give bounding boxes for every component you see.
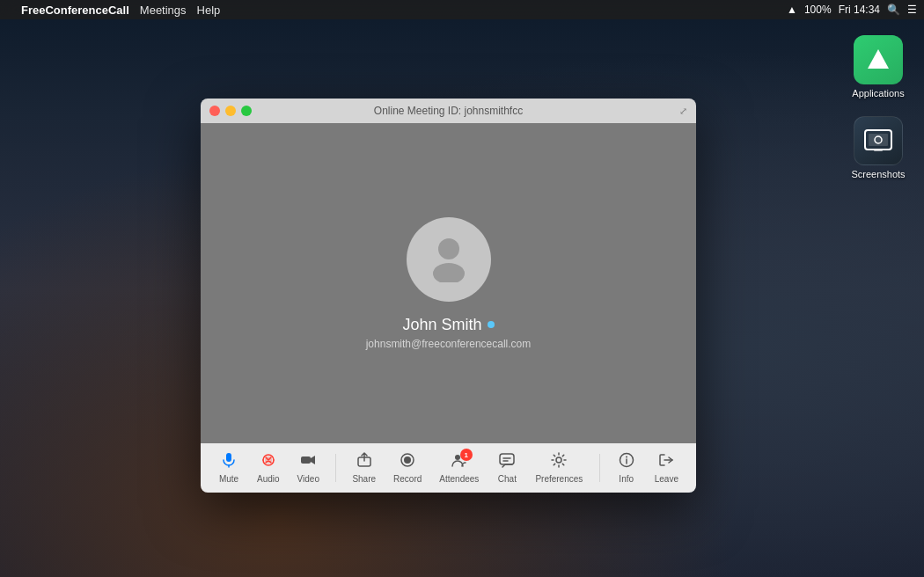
share-icon: [356, 452, 372, 472]
preferences-icon: [551, 452, 567, 472]
window-titlebar: Online Meeting ID: johnsmithfcc ⤢: [201, 99, 696, 123]
toolbar-group-left: Mute Audio: [211, 449, 326, 487]
toolbar-group-right: Info Leave: [609, 449, 686, 487]
window-close-button[interactable]: [209, 106, 220, 116]
applications-icon-img: [854, 35, 903, 84]
toolbar-divider-2: [599, 454, 600, 482]
svg-rect-10: [301, 456, 311, 464]
meeting-content: John Smith johnsmith@freeconferencecall.…: [201, 123, 696, 443]
attendees-label: Attendees: [439, 474, 479, 484]
menubar-meetings[interactable]: Meetings: [140, 4, 187, 17]
svg-point-19: [556, 457, 561, 463]
attendees-badge: 1: [460, 449, 473, 461]
chat-icon: [499, 452, 515, 472]
record-button[interactable]: Record: [386, 449, 429, 487]
svg-point-13: [404, 456, 411, 464]
meeting-window: Online Meeting ID: johnsmithfcc ⤢ John S…: [201, 99, 696, 493]
participant-avatar: [407, 217, 491, 302]
applications-icon[interactable]: Applications: [847, 35, 910, 99]
preferences-label: Preferences: [535, 474, 583, 484]
svg-rect-16: [500, 454, 514, 464]
video-icon: [300, 452, 316, 472]
meeting-toolbar: Mute Audio: [201, 443, 696, 493]
window-expand-button[interactable]: ⤢: [679, 106, 687, 117]
control-center-icon[interactable]: ☰: [907, 4, 917, 16]
avatar-person-icon: [422, 230, 475, 289]
attendees-icon: 1: [451, 452, 467, 472]
svg-point-6: [433, 263, 465, 282]
chat-button[interactable]: Chat: [489, 449, 524, 487]
wifi-icon: ▲: [787, 4, 797, 16]
search-icon[interactable]: 🔍: [887, 4, 900, 16]
participant-email: johnsmith@freeconferencecall.com: [366, 338, 532, 350]
desktop-icons: Applications Screenshots: [847, 35, 910, 179]
preferences-button[interactable]: Preferences: [528, 449, 590, 487]
battery-percent: 100%: [804, 4, 832, 16]
participant-name-container: John Smith: [402, 316, 494, 334]
video-button[interactable]: Video: [290, 449, 326, 487]
video-label: Video: [297, 474, 319, 484]
record-label: Record: [393, 474, 422, 484]
clock: Fri 14:34: [839, 4, 880, 16]
screenshots-icon-img: [854, 116, 903, 165]
svg-point-14: [455, 455, 460, 460]
svg-rect-7: [226, 453, 231, 462]
svg-marker-0: [868, 49, 889, 69]
mute-button[interactable]: Mute: [211, 449, 246, 487]
menubar-help[interactable]: Help: [197, 4, 221, 17]
participant-name-text: John Smith: [402, 316, 481, 334]
mute-icon: [221, 452, 237, 472]
chat-label: Chat: [498, 474, 517, 484]
screenshots-label: Screenshots: [851, 169, 905, 179]
window-maximize-button[interactable]: [241, 106, 252, 116]
window-minimize-button[interactable]: [225, 106, 236, 116]
app-name[interactable]: FreeConferenceCall: [21, 4, 129, 17]
svg-point-5: [438, 238, 459, 259]
svg-rect-2: [869, 134, 888, 146]
menubar-left: FreeConferenceCall Meetings Help: [7, 4, 787, 17]
share-button[interactable]: Share: [345, 449, 383, 487]
leave-icon: [658, 452, 674, 472]
audio-button[interactable]: Audio: [250, 449, 287, 487]
info-icon: [619, 452, 634, 472]
info-button[interactable]: Info: [609, 449, 644, 487]
audio-icon: [260, 452, 276, 472]
svg-rect-4: [874, 150, 883, 151]
window-title: Online Meeting ID: johnsmithfcc: [374, 105, 523, 117]
info-label: Info: [619, 474, 634, 484]
toolbar-group-middle: Share Record: [345, 449, 590, 487]
screenshots-icon[interactable]: Screenshots: [847, 116, 910, 179]
mute-label: Mute: [219, 474, 238, 484]
record-icon: [400, 452, 415, 472]
audio-label: Audio: [257, 474, 280, 484]
leave-label: Leave: [655, 474, 678, 484]
menubar: FreeConferenceCall Meetings Help ▲ 100% …: [0, 0, 924, 19]
share-label: Share: [352, 474, 376, 484]
window-controls: [209, 106, 252, 116]
applications-label: Applications: [852, 88, 904, 99]
menubar-right: ▲ 100% Fri 14:34 🔍 ☰: [787, 4, 917, 16]
toolbar-divider-1: [335, 454, 336, 482]
svg-point-22: [626, 456, 627, 458]
attendees-button[interactable]: 1 Attendees: [432, 449, 486, 487]
leave-button[interactable]: Leave: [648, 449, 686, 487]
participant-status-dot: [488, 321, 495, 328]
